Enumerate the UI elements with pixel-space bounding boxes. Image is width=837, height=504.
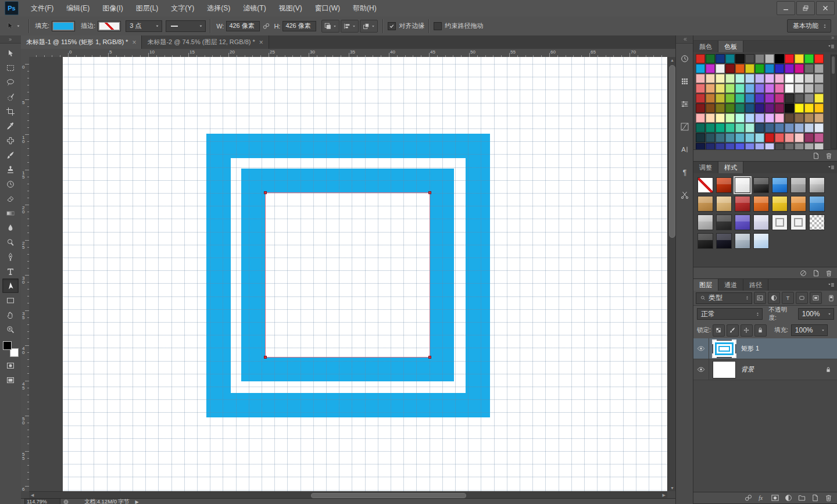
color-swatch[interactable]: [814, 103, 824, 113]
foreground-color-chip[interactable]: [3, 341, 12, 350]
color-swatch[interactable]: [696, 54, 705, 63]
color-swatch[interactable]: [775, 123, 784, 133]
color-swatch[interactable]: [795, 54, 804, 63]
styles-panel-menu-icon[interactable]: [827, 163, 835, 171]
path-alignment-button[interactable]: [341, 20, 359, 33]
color-swatch[interactable]: [804, 133, 814, 142]
style-item[interactable]: [809, 177, 825, 193]
menu-image[interactable]: 图像(I): [96, 0, 129, 16]
color-swatch[interactable]: [696, 74, 705, 83]
color-swatch[interactable]: [745, 123, 754, 133]
color-swatch[interactable]: [785, 84, 794, 93]
height-input[interactable]: 426 像素: [282, 21, 316, 31]
menu-type[interactable]: 文字(Y): [164, 0, 201, 16]
color-swatch[interactable]: [725, 84, 735, 93]
color-swatch[interactable]: [725, 123, 735, 133]
character-panel-icon[interactable]: A: [677, 142, 692, 157]
layer-thumbnail[interactable]: [713, 361, 736, 378]
marquee-tool[interactable]: [2, 60, 19, 75]
color-swatch[interactable]: [814, 64, 824, 73]
menu-select[interactable]: 选择(S): [201, 0, 237, 16]
color-swatch[interactable]: [716, 54, 725, 63]
color-swatch[interactable]: [735, 113, 745, 123]
restore-button[interactable]: [796, 1, 815, 15]
lock-pixels-icon[interactable]: [727, 324, 739, 337]
color-swatch[interactable]: [755, 74, 764, 83]
style-item[interactable]: [735, 233, 750, 249]
fill-color-swatch[interactable]: [52, 21, 75, 31]
style-item[interactable]: [698, 196, 713, 212]
color-swatch[interactable]: [706, 54, 715, 63]
color-swatch[interactable]: [804, 84, 814, 93]
color-swatch[interactable]: [696, 123, 705, 133]
color-swatch[interactable]: [706, 94, 715, 103]
opacity-dropdown[interactable]: 100%: [798, 308, 834, 320]
style-item[interactable]: [753, 196, 769, 212]
color-swatch[interactable]: [696, 133, 705, 142]
rectangle-tool[interactable]: [2, 293, 19, 308]
color-swatch[interactable]: [795, 84, 804, 93]
color-swatch[interactable]: [745, 133, 754, 142]
swatches-panel-menu-icon[interactable]: [827, 42, 835, 51]
color-swatch[interactable]: [814, 54, 824, 63]
color-swatch[interactable]: [755, 113, 764, 123]
color-swatch[interactable]: [725, 74, 735, 83]
layers-tab-2[interactable]: 路径: [743, 279, 768, 291]
color-swatch[interactable]: [725, 54, 735, 63]
clone-source-panel-icon[interactable]: [677, 187, 692, 202]
delete-layer-button[interactable]: [824, 494, 833, 502]
color-swatch[interactable]: [735, 123, 745, 133]
color-swatch[interactable]: [795, 133, 804, 142]
pen-tool[interactable]: [2, 249, 19, 264]
style-item[interactable]: [791, 196, 806, 212]
color-swatch[interactable]: [725, 113, 735, 123]
color-swatch[interactable]: [775, 74, 784, 83]
color-swatch[interactable]: [785, 94, 794, 103]
color-swatch[interactable]: [775, 133, 784, 142]
paragraph-panel-icon[interactable]: ¶: [677, 165, 692, 180]
menu-file[interactable]: 文件(F): [24, 0, 60, 16]
color-swatch[interactable]: [745, 103, 754, 113]
layer-style-button[interactable]: fx: [757, 494, 766, 502]
menu-edit[interactable]: 编辑(E): [60, 0, 96, 16]
eraser-tool[interactable]: [2, 191, 19, 206]
menu-filter[interactable]: 滤镜(T): [237, 0, 272, 16]
color-swatch[interactable]: [716, 94, 725, 103]
color-swatch[interactable]: [696, 113, 705, 123]
color-swatch[interactable]: [804, 54, 814, 63]
color-swatch[interactable]: [814, 74, 824, 83]
path-anchor[interactable]: [428, 356, 431, 359]
layer-fill-dropdown[interactable]: 100%: [791, 324, 828, 336]
adjustment-filter-icon[interactable]: [768, 292, 780, 304]
color-swatch[interactable]: [775, 54, 784, 63]
collapse-toolbar-button[interactable]: [0, 35, 21, 44]
clear-style-button[interactable]: [799, 269, 807, 277]
color-swatch[interactable]: [706, 64, 715, 73]
pixel-filter-icon[interactable]: [754, 292, 766, 304]
color-swatch[interactable]: [785, 74, 794, 83]
styles-tab-1[interactable]: 样式: [718, 162, 743, 173]
adjustment-layer-button[interactable]: [784, 494, 793, 502]
color-swatch[interactable]: [745, 113, 754, 123]
ruler-origin-corner[interactable]: [21, 49, 30, 58]
color-swatch[interactable]: [765, 74, 774, 83]
color-swatch[interactable]: [735, 94, 745, 103]
healing-brush-tool[interactable]: [2, 133, 19, 148]
color-swatch[interactable]: [804, 103, 814, 113]
color-swatch[interactable]: [804, 74, 814, 83]
style-item[interactable]: [735, 177, 750, 193]
style-item[interactable]: [772, 215, 788, 230]
clone-stamp-tool[interactable]: [2, 162, 19, 177]
color-swatch[interactable]: [785, 64, 794, 73]
menu-help[interactable]: 帮助(H): [346, 0, 383, 16]
vertical-scroll-thumb[interactable]: [669, 65, 675, 238]
color-swatch[interactable]: [765, 103, 774, 113]
type-filter-icon[interactable]: T: [782, 292, 794, 304]
link-dimensions-icon[interactable]: [262, 22, 270, 30]
color-swatch[interactable]: [775, 64, 784, 73]
style-item[interactable]: [698, 215, 713, 230]
color-swatch[interactable]: [755, 84, 764, 93]
color-swatch[interactable]: [765, 64, 774, 73]
style-item[interactable]: [809, 215, 825, 230]
new-layer-button[interactable]: [811, 494, 820, 502]
